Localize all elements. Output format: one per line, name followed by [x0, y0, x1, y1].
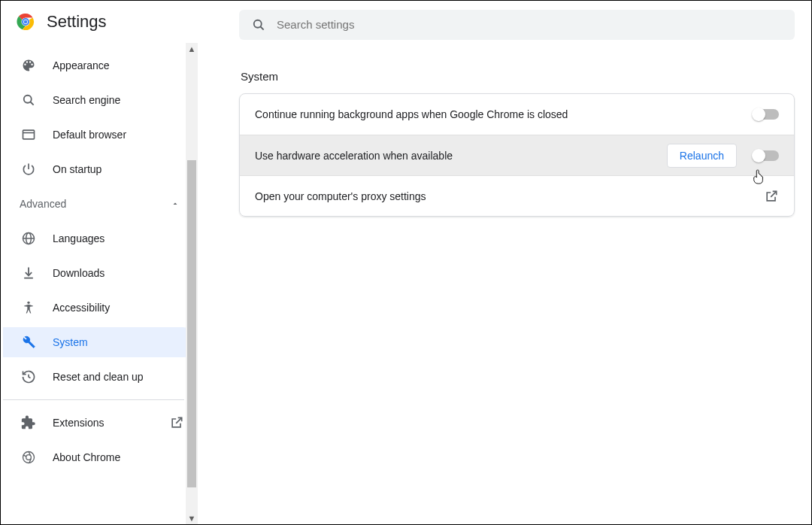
main-content: System Continue running background apps … [198, 1, 811, 524]
sidebar-section-advanced[interactable]: Advanced [3, 189, 198, 219]
sidebar-item-appearance[interactable]: Appearance [3, 50, 198, 80]
row-label: Use hardware acceleration when available [255, 150, 667, 162]
sidebar-item-label: Accessibility [53, 302, 110, 314]
open-in-new-icon [169, 415, 184, 430]
sidebar-item-accessibility[interactable]: Accessibility [3, 293, 198, 323]
sidebar-item-label: Extensions [53, 417, 104, 429]
row-label: Open your computer's proxy settings [255, 190, 764, 202]
sidebar-item-reset[interactable]: Reset and clean up [3, 362, 198, 392]
relaunch-button[interactable]: Relaunch [667, 144, 737, 168]
chevron-up-icon [171, 199, 180, 208]
palette-icon [21, 58, 36, 73]
extensions-icon [21, 415, 36, 430]
sidebar-item-label: Reset and clean up [53, 371, 144, 383]
sidebar-item-about[interactable]: About Chrome [3, 442, 198, 472]
row-hardware-acceleration: Use hardware acceleration when available… [240, 135, 794, 175]
svg-line-17 [261, 26, 264, 29]
search-icon [251, 17, 266, 32]
svg-point-14 [23, 452, 35, 463]
sidebar-item-label: On startup [53, 163, 102, 175]
svg-line-6 [31, 102, 34, 105]
search-box[interactable] [239, 10, 795, 40]
section-label: Advanced [20, 198, 66, 210]
wrench-icon [21, 335, 36, 350]
sidebar-item-label: About Chrome [53, 451, 120, 463]
svg-point-4 [24, 20, 28, 24]
sidebar-item-label: Default browser [53, 129, 126, 141]
sidebar-item-label: Appearance [53, 59, 110, 71]
sidebar-item-on-startup[interactable]: On startup [3, 154, 198, 184]
open-in-new-icon [764, 189, 779, 204]
sidebar-divider [3, 399, 184, 400]
section-title: System [241, 70, 795, 83]
settings-card: Continue running background apps when Go… [239, 93, 795, 217]
row-proxy-settings[interactable]: Open your computer's proxy settings [240, 175, 794, 216]
sidebar-item-label: System [53, 336, 88, 348]
search-row [239, 1, 795, 43]
sidebar-header: Settings [3, 1, 198, 43]
scrollbar-down-icon[interactable]: ▼ [186, 512, 198, 524]
sidebar-item-search-engine[interactable]: Search engine [3, 85, 198, 115]
row-label: Continue running background apps when Go… [255, 108, 753, 120]
download-icon [21, 266, 36, 281]
sidebar-item-extensions[interactable]: Extensions [3, 408, 198, 438]
sidebar-item-languages[interactable]: Languages [3, 223, 198, 253]
sidebar-nav: Appearance Search engine Default browser… [3, 43, 198, 524]
scrollbar-thumb[interactable] [187, 160, 196, 487]
chrome-outline-icon [21, 450, 36, 465]
sidebar-item-label: Downloads [53, 267, 105, 279]
sidebar-item-label: Languages [53, 232, 105, 244]
power-icon [21, 162, 36, 177]
svg-rect-7 [23, 130, 35, 139]
search-input[interactable] [277, 18, 783, 31]
accessibility-icon [21, 300, 36, 315]
search-icon [21, 93, 36, 108]
sidebar-item-downloads[interactable]: Downloads [3, 258, 198, 288]
sidebar-item-system[interactable]: System [3, 327, 198, 357]
browser-window-icon [21, 127, 36, 142]
svg-point-5 [24, 96, 32, 103]
restore-icon [21, 369, 36, 384]
page-title: Settings [47, 12, 107, 32]
sidebar-scrollbar[interactable]: ▲ ▼ [186, 43, 198, 524]
scrollbar-up-icon[interactable]: ▲ [186, 43, 198, 55]
sidebar: Settings Appearance Search engine Defaul [1, 1, 198, 524]
svg-point-16 [254, 20, 262, 27]
svg-point-13 [27, 302, 29, 304]
sidebar-item-default-browser[interactable]: Default browser [3, 120, 198, 150]
sidebar-item-label: Search engine [53, 94, 120, 106]
toggle-background-apps[interactable] [753, 109, 779, 120]
chrome-logo-icon [17, 13, 35, 31]
globe-icon [21, 231, 36, 246]
row-background-apps: Continue running background apps when Go… [240, 94, 794, 135]
toggle-hardware-acceleration[interactable] [753, 150, 779, 161]
